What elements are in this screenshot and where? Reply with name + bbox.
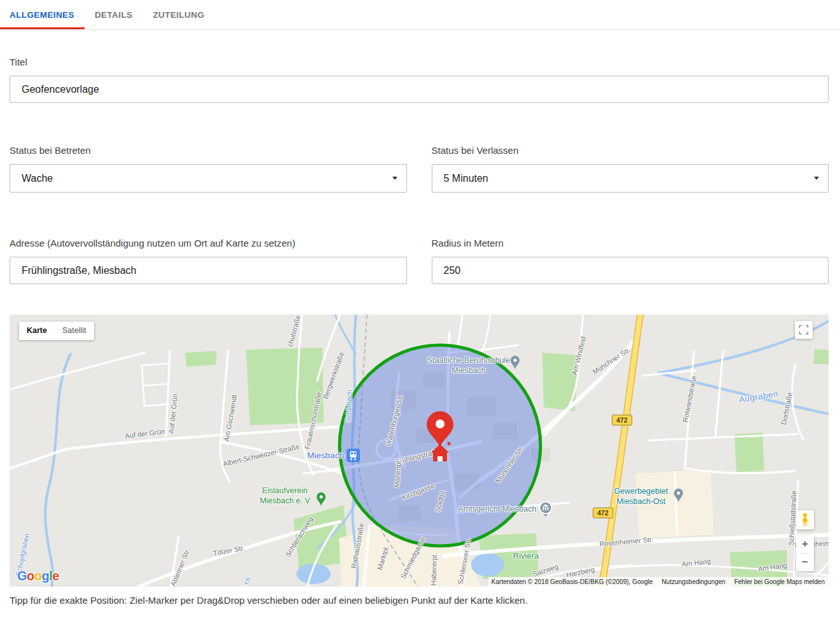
zoom-control: + − xyxy=(796,535,814,571)
map-type-control: Karte Satellit xyxy=(19,322,94,340)
terms-link[interactable]: Nutzungsbedingungen xyxy=(662,578,726,585)
status-betreten-label: Status bei Betreten xyxy=(10,145,407,156)
dropdown-caret-icon xyxy=(392,177,397,180)
geofence-circle[interactable] xyxy=(340,345,540,546)
adresse-label: Adresse (Autovervollständigung nutzen um… xyxy=(10,238,407,248)
tab-details[interactable]: DETAILS xyxy=(85,0,143,29)
tab-bar: ALLGEMEINES DETAILS ZUTEILUNG xyxy=(0,0,840,30)
pegman-button[interactable] xyxy=(796,510,814,529)
pegman-icon xyxy=(801,513,809,527)
titel-input[interactable] xyxy=(10,76,829,103)
fullscreen-button[interactable] xyxy=(795,321,813,339)
status-betreten-select[interactable]: Wache xyxy=(10,164,407,193)
zoom-in-button[interactable]: + xyxy=(796,535,814,553)
map-type-karte-button[interactable]: Karte xyxy=(19,322,55,340)
adresse-input[interactable] xyxy=(10,257,407,284)
map-attribution: Kartendaten © 2018 GeoBasis-DE/BKG (©200… xyxy=(488,577,829,587)
status-verlassen-select[interactable]: 5 Minuten xyxy=(432,164,829,193)
radius-label: Radius in Metern xyxy=(432,238,829,248)
dropdown-caret-icon xyxy=(814,177,819,180)
map-type-satellit-button[interactable]: Satellit xyxy=(55,322,94,340)
geofence-form: Titel Status bei Betreten Wache Status b… xyxy=(0,57,840,284)
radius-input[interactable] xyxy=(432,257,829,284)
map-tiles xyxy=(10,315,829,587)
report-error-link[interactable]: Fehler bei Google Maps melden xyxy=(734,578,825,585)
google-logo[interactable]: Google xyxy=(17,569,59,583)
position-tip-text: Tipp für die exakte Position: Ziel-Marke… xyxy=(10,595,829,606)
status-verlassen-value: 5 Minuten xyxy=(444,173,488,184)
titel-label: Titel xyxy=(10,57,829,67)
fullscreen-icon xyxy=(799,325,808,334)
zoom-out-button[interactable]: − xyxy=(796,554,814,571)
status-betreten-value: Wache xyxy=(22,173,53,184)
tab-zuteilung[interactable]: ZUTEILUNG xyxy=(142,0,214,29)
tab-allgemeines[interactable]: ALLGEMEINES xyxy=(0,0,85,29)
status-verlassen-label: Status bei Verlassen xyxy=(432,145,829,156)
map-canvas[interactable]: Auf der GrünAuf der GrünAm GschwendtAlbe… xyxy=(10,315,829,587)
attribution-copyright: Kartendaten © 2018 GeoBasis-DE/BKG (©200… xyxy=(492,578,653,585)
